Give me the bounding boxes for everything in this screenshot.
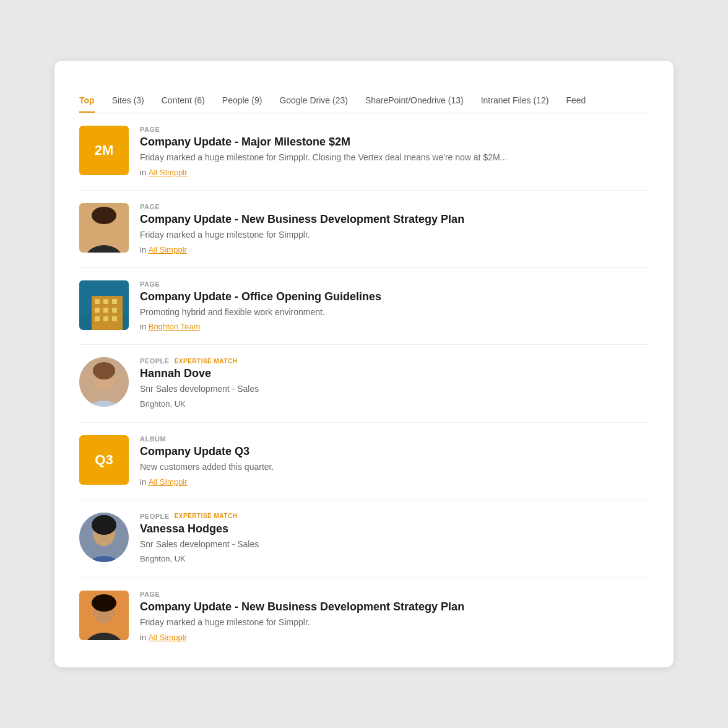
result-title[interactable]: Vanessa Hodges bbox=[140, 522, 649, 535]
svg-rect-14 bbox=[103, 316, 108, 321]
result-type-label: PAGE bbox=[140, 280, 160, 288]
result-content-r4: PEOPLEEXPERTISE MATCHHannah DoveSnr Sale… bbox=[140, 357, 649, 410]
result-type-label: PEOPLE bbox=[140, 513, 170, 520]
result-type-row: PEOPLEEXPERTISE MATCH bbox=[140, 513, 649, 520]
result-location-link[interactable]: All SImpplr bbox=[149, 477, 188, 487]
avatar-r6 bbox=[79, 513, 129, 562]
result-title[interactable]: Hannah Dove bbox=[140, 367, 649, 380]
tab-content--6-[interactable]: Content (6) bbox=[162, 95, 205, 113]
result-location-line: in All Simpplr bbox=[140, 631, 649, 643]
svg-point-19 bbox=[93, 362, 115, 379]
result-item-r5[interactable]: Q3ALBUMCompany Update Q3New customers ad… bbox=[79, 423, 649, 500]
svg-point-3 bbox=[92, 207, 116, 224]
thumbnail-r3 bbox=[79, 280, 129, 330]
search-tabs: TopSites (3)Content (6)People (9)Google … bbox=[79, 95, 649, 113]
result-description: Snr Sales development - Sales bbox=[140, 539, 649, 551]
result-description: Snr Sales development - Sales bbox=[140, 383, 649, 396]
svg-rect-7 bbox=[95, 299, 100, 304]
results-list: 2MPAGECompany Update - Major Milestone $… bbox=[79, 113, 649, 654]
thumbnail-r5: Q3 bbox=[79, 435, 129, 485]
result-location-line: in All Simpplr bbox=[140, 244, 649, 255]
expertise-badge: EXPERTISE MATCH bbox=[175, 358, 238, 365]
result-title[interactable]: Company Update - Major Milestone $2M bbox=[140, 136, 649, 149]
tab-google-drive--23-[interactable]: Google Drive (23) bbox=[279, 95, 348, 113]
svg-rect-12 bbox=[112, 308, 117, 313]
result-item-r1[interactable]: 2MPAGECompany Update - Major Milestone $… bbox=[79, 113, 649, 191]
result-location: Brighton, UK bbox=[140, 553, 649, 565]
location-prefix: in bbox=[140, 322, 149, 331]
result-type-label: ALBUM bbox=[140, 435, 166, 443]
result-location-link[interactable]: All Simpplr bbox=[149, 633, 187, 642]
result-location-link[interactable]: All SImpplr bbox=[149, 168, 188, 177]
result-type-row: PEOPLEEXPERTISE MATCH bbox=[140, 357, 649, 365]
result-location-link[interactable]: Brighton Team bbox=[149, 322, 201, 331]
result-description: Friday marked a huge milestone for Simpp… bbox=[140, 229, 649, 241]
thumbnail-text: Q3 bbox=[95, 452, 113, 468]
svg-point-23 bbox=[92, 515, 116, 535]
result-location: Brighton, UK bbox=[140, 398, 649, 410]
result-content-r5: ALBUMCompany Update Q3New customers adde… bbox=[140, 435, 649, 487]
thumbnail-r2 bbox=[79, 203, 129, 253]
location-prefix: in bbox=[140, 633, 149, 642]
result-description: Friday marked a huge milestone for Simpp… bbox=[140, 617, 649, 629]
result-title[interactable]: Company Update - New Business Developmen… bbox=[140, 600, 649, 613]
thumbnail-r1: 2M bbox=[79, 126, 129, 175]
result-type-row: PAGE bbox=[140, 126, 649, 133]
svg-rect-13 bbox=[95, 316, 100, 321]
result-content-r1: PAGECompany Update - Major Milestone $2M… bbox=[140, 126, 649, 178]
svg-rect-8 bbox=[103, 299, 108, 304]
result-description: Friday marked a huge milestone for Simpp… bbox=[140, 152, 649, 164]
svg-rect-9 bbox=[112, 299, 117, 304]
result-content-r3: PAGECompany Update - Office Opening Guid… bbox=[140, 280, 649, 332]
thumbnail-text: 2M bbox=[95, 142, 114, 158]
tab-feed[interactable]: Feed bbox=[566, 95, 586, 113]
result-content-r2: PAGECompany Update - New Business Develo… bbox=[140, 203, 649, 255]
result-location-line: in All SImpplr bbox=[140, 167, 649, 178]
result-type-label: PAGE bbox=[140, 203, 160, 210]
svg-rect-10 bbox=[95, 308, 100, 313]
result-description: Promoting hybrid and flexible work envir… bbox=[140, 306, 649, 319]
result-type-label: PEOPLE bbox=[140, 357, 170, 365]
location-prefix: in bbox=[140, 245, 149, 254]
result-title[interactable]: Company Update Q3 bbox=[140, 445, 649, 458]
tab-people--9-[interactable]: People (9) bbox=[222, 95, 262, 113]
svg-point-27 bbox=[92, 594, 116, 612]
result-location-link[interactable]: All Simpplr bbox=[149, 245, 187, 254]
search-results-card: TopSites (3)Content (6)People (9)Google … bbox=[54, 61, 674, 667]
result-item-r2[interactable]: PAGECompany Update - New Business Develo… bbox=[79, 191, 649, 268]
location-prefix: in bbox=[140, 477, 149, 487]
result-item-r3[interactable]: PAGECompany Update - Office Opening Guid… bbox=[79, 268, 649, 345]
result-type-row: ALBUM bbox=[140, 435, 649, 443]
tab-sharepoint-onedrive--13-[interactable]: SharePoint/Onedrive (13) bbox=[365, 95, 464, 113]
thumbnail-r7 bbox=[79, 591, 129, 640]
tab-top[interactable]: Top bbox=[79, 95, 95, 113]
tab-sites--3-[interactable]: Sites (3) bbox=[112, 95, 144, 113]
svg-rect-15 bbox=[112, 316, 117, 321]
result-type-row: PAGE bbox=[140, 203, 649, 210]
result-description: New customers added this quarter. bbox=[140, 461, 649, 474]
result-location-line: in All SImpplr bbox=[140, 476, 649, 487]
result-type-row: PAGE bbox=[140, 280, 649, 288]
result-title[interactable]: Company Update - New Business Developmen… bbox=[140, 213, 649, 226]
expertise-badge: EXPERTISE MATCH bbox=[175, 513, 238, 519]
result-item-r6[interactable]: PEOPLEEXPERTISE MATCHVanessa HodgesSnr S… bbox=[79, 500, 649, 578]
result-item-r7[interactable]: PAGECompany Update - New Business Develo… bbox=[79, 578, 649, 655]
svg-rect-11 bbox=[103, 308, 108, 313]
result-location-line: in Brighton Team bbox=[140, 321, 649, 332]
result-title[interactable]: Company Update - Office Opening Guidelin… bbox=[140, 290, 649, 303]
tab-intranet-files--12-[interactable]: Intranet Files (12) bbox=[481, 95, 549, 113]
location-prefix: in bbox=[140, 168, 149, 177]
result-type-row: PAGE bbox=[140, 591, 649, 598]
result-type-label: PAGE bbox=[140, 591, 160, 598]
avatar-r4 bbox=[79, 357, 129, 407]
result-content-r6: PEOPLEEXPERTISE MATCHVanessa HodgesSnr S… bbox=[140, 513, 649, 565]
result-item-r4[interactable]: PEOPLEEXPERTISE MATCHHannah DoveSnr Sale… bbox=[79, 345, 649, 423]
result-type-label: PAGE bbox=[140, 126, 160, 133]
result-content-r7: PAGECompany Update - New Business Develo… bbox=[140, 591, 649, 643]
